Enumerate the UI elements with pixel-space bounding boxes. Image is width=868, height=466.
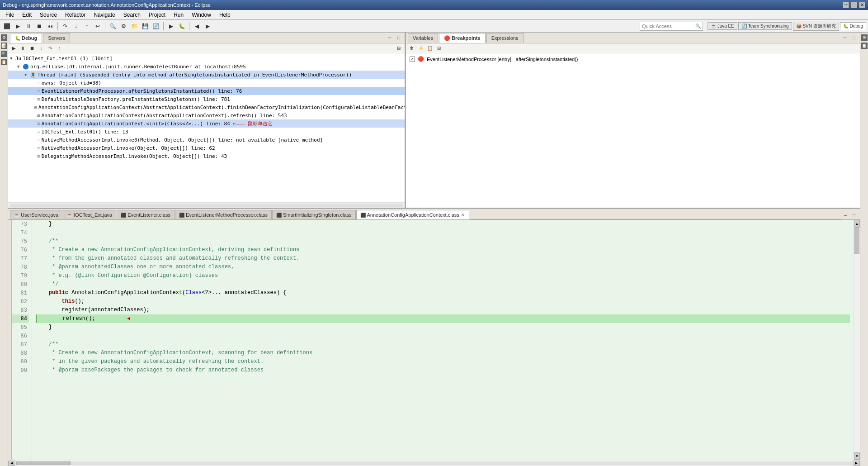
- tree-item-frame-owns[interactable]: ≡ owns: Object (id=38): [8, 79, 405, 87]
- toolbar-btn-11[interactable]: ⚙: [118, 21, 128, 31]
- code-line-75[interactable]: /**: [36, 237, 850, 246]
- line-num-74[interactable]: 74: [12, 228, 29, 237]
- breakpoint-checkbox[interactable]: ✓: [410, 57, 415, 62]
- line-num-89[interactable]: 89: [12, 357, 29, 366]
- menu-project[interactable]: Project: [145, 11, 169, 19]
- maximize-button[interactable]: □: [851, 2, 857, 8]
- right-sidebar-icon-1[interactable]: ⚙: [861, 34, 868, 41]
- code-line-82[interactable]: this();: [36, 297, 850, 306]
- tree-item-frame-dmai[interactable]: ≡ DelegatingMethodAccessorImpl.invoke(Ob…: [8, 152, 405, 160]
- tab-servers[interactable]: Servers: [43, 33, 70, 43]
- line-num-82[interactable]: 82: [12, 297, 29, 306]
- line-num-77[interactable]: 77: [12, 254, 29, 263]
- code-line-79[interactable]: * e.g. {@link Configuration @Configurati…: [36, 271, 850, 280]
- toolbar-btn-2[interactable]: ▶: [13, 21, 23, 31]
- suspend-btn[interactable]: ⏸: [19, 44, 27, 52]
- debug-hscroll[interactable]: [8, 202, 405, 208]
- tree-item-frame-test01[interactable]: ≡ IOCTest_Ext.test01() line: 13: [8, 128, 405, 136]
- editor-tab-eventlistener[interactable]: ⬛ EventListener.class: [117, 210, 175, 219]
- hscroll-right[interactable]: ▶: [853, 461, 860, 466]
- collapse-all-btn[interactable]: ⊟: [395, 44, 403, 52]
- toolbar-btn-4[interactable]: ⏹: [34, 21, 44, 31]
- breakpoint-item-1[interactable]: ✓ 🔴 EventListenerMethodProcessor [entry]…: [408, 55, 858, 63]
- step-return-btn[interactable]: ↑: [55, 44, 63, 52]
- menu-run[interactable]: Run: [170, 11, 187, 19]
- toolbar-btn-13[interactable]: 💾: [140, 21, 150, 31]
- debug-panel-maximize[interactable]: □: [395, 34, 403, 42]
- toolbar-btn-5[interactable]: ⏮: [45, 21, 55, 31]
- menu-help[interactable]: Help: [216, 11, 234, 19]
- perspective-svn[interactable]: 📦 SVN 资源库研究: [793, 22, 839, 31]
- right-sidebar-icon-2[interactable]: 📋: [861, 43, 868, 49]
- code-line-80[interactable]: */: [36, 280, 850, 289]
- toolbar-btn-18[interactable]: ▶: [203, 21, 212, 31]
- line-num-78[interactable]: 78: [12, 263, 29, 271]
- variables-panel-maximize[interactable]: □: [850, 34, 858, 42]
- vscroll-track[interactable]: [854, 227, 860, 452]
- terminate-btn[interactable]: ⏹: [28, 44, 36, 52]
- code-line-76[interactable]: * Create a new AnnotationConfigApplicati…: [36, 246, 850, 254]
- editor-tab-ioctest[interactable]: ☕ IOCTest_Ext.java: [63, 210, 116, 219]
- minimize-button[interactable]: ─: [843, 2, 849, 8]
- step-over-btn[interactable]: ↷: [46, 44, 54, 52]
- toolbar-btn-7[interactable]: ↓: [71, 21, 81, 31]
- tree-item-frame-nmai[interactable]: ≡ NativeMethodAccessorImpl.invoke(Object…: [8, 144, 405, 152]
- line-num-80[interactable]: 80: [12, 280, 29, 289]
- tree-item-ioct[interactable]: ▼ Ju IOCTest_Ext.test01 (1) [JUnit]: [8, 54, 405, 62]
- quick-access-input[interactable]: [642, 24, 695, 29]
- acac-tab-close[interactable]: ✕: [461, 213, 465, 217]
- sidebar-icon-1[interactable]: ⚙: [1, 34, 7, 41]
- toolbar-btn-8[interactable]: ↑: [82, 21, 92, 31]
- quick-access-box[interactable]: 🔍: [640, 22, 703, 31]
- variables-toolbar-btn-4[interactable]: ⊟: [435, 44, 443, 52]
- line-num-85[interactable]: 85: [12, 323, 29, 332]
- tree-item-runner[interactable]: ▼ 🔵 org.eclipse.jdt.internal.junit.runne…: [8, 62, 405, 71]
- toolbar-btn-10[interactable]: 🔍: [108, 21, 118, 31]
- line-num-83[interactable]: 83: [12, 306, 29, 314]
- line-num-86[interactable]: 86: [12, 332, 29, 340]
- perspective-team-sync[interactable]: 🔄 Team Synchronizing: [738, 22, 792, 30]
- code-line-74[interactable]: [36, 228, 850, 237]
- menu-source[interactable]: Source: [36, 11, 61, 19]
- variables-toolbar-btn-1[interactable]: 🗑: [408, 44, 416, 52]
- code-line-89[interactable]: * in the given packages and automaticall…: [36, 357, 850, 366]
- editor-maximize-btn[interactable]: □: [850, 211, 858, 219]
- toolbar-btn-17[interactable]: ◀: [192, 21, 202, 31]
- sidebar-icon-2[interactable]: 📝: [1, 43, 7, 49]
- resume-btn[interactable]: ▶: [10, 44, 18, 52]
- vscroll-down[interactable]: ▼: [854, 452, 860, 460]
- code-editor[interactable]: } /** * Create a new AnnotationConfigApp…: [32, 220, 854, 460]
- editor-tab-userservice[interactable]: ☕ UserService.java: [10, 210, 62, 219]
- vscroll-thumb[interactable]: [854, 227, 859, 254]
- menu-refactor[interactable]: Refactor: [61, 11, 89, 19]
- code-line-84[interactable]: refresh(); ◀: [36, 314, 850, 323]
- tree-item-frame-dlbf[interactable]: ≡ DefaultListableBeanFactory.preInstanti…: [8, 95, 405, 103]
- toolbar-btn-1[interactable]: ⬛: [2, 21, 12, 31]
- toolbar-btn-6[interactable]: ↷: [60, 21, 70, 31]
- line-num-88[interactable]: 88: [12, 349, 29, 357]
- menu-file[interactable]: File: [2, 11, 18, 19]
- line-num-87[interactable]: 87: [12, 340, 29, 349]
- vscroll-up[interactable]: ▲: [854, 220, 860, 227]
- step-into-btn[interactable]: ↓: [37, 44, 45, 52]
- line-num-75[interactable]: 75: [12, 237, 29, 246]
- code-line-90[interactable]: * @param basePackages the packages to ch…: [36, 366, 850, 375]
- line-num-76[interactable]: 76: [12, 246, 29, 254]
- menu-window[interactable]: Window: [188, 11, 215, 19]
- menu-edit[interactable]: Edit: [19, 11, 35, 19]
- sidebar-icon-4[interactable]: 📋: [1, 59, 7, 65]
- code-line-86[interactable]: [36, 332, 850, 340]
- toolbar-btn-3[interactable]: ⏸: [24, 21, 33, 31]
- code-line-78[interactable]: * @param annotatedClasses one or more an…: [36, 263, 850, 271]
- menu-navigate[interactable]: Navigate: [90, 11, 118, 19]
- editor-hscroll[interactable]: ◀ ▶: [8, 460, 860, 466]
- tab-expressions[interactable]: Expressions: [486, 33, 524, 43]
- tree-item-frame-acac-init[interactable]: ≡ AnnotationConfigApplicationContext.<in…: [8, 119, 405, 128]
- code-line-85[interactable]: }: [36, 323, 850, 332]
- tree-item-thread[interactable]: ▼ 🧵 Thread [main] (Suspended (entry into…: [8, 71, 405, 79]
- toolbar-btn-15[interactable]: ▶: [166, 21, 176, 31]
- code-line-81[interactable]: public AnnotationConfigApplicationContex…: [36, 289, 850, 297]
- toolbar-btn-9[interactable]: ↩: [93, 21, 103, 31]
- variables-panel-minimize[interactable]: ─: [841, 34, 849, 42]
- code-line-77[interactable]: * from the given annotated classes and a…: [36, 254, 850, 263]
